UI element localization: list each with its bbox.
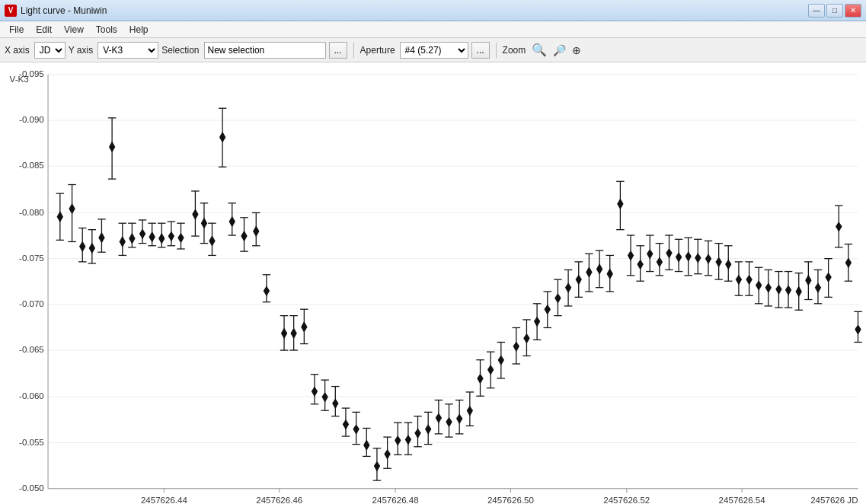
svg-text:-0.060: -0.060 xyxy=(19,391,44,400)
toolbar-divider1 xyxy=(353,43,354,58)
chart-svg: V-K3 -0.095 -0.090 -0.085 xyxy=(0,62,866,504)
selection-label: Selection xyxy=(161,45,199,56)
maximize-button[interactable]: □ xyxy=(826,4,843,18)
svg-text:-0.085: -0.085 xyxy=(19,161,44,170)
window-title: Light curve - Muniwin xyxy=(21,5,107,16)
svg-text:-0.050: -0.050 xyxy=(19,483,44,493)
xaxis-label: X axis xyxy=(5,45,30,56)
selection-input[interactable] xyxy=(204,42,326,59)
svg-text:2457626.44: 2457626.44 xyxy=(141,496,188,504)
svg-text:2457626 JD: 2457626 JD xyxy=(810,496,858,504)
svg-text:2457626.54: 2457626.54 xyxy=(719,496,766,504)
zoom-label: Zoom xyxy=(503,45,526,56)
toolbar-divider2 xyxy=(496,43,497,58)
chart-svg-area[interactable]: V-K3 -0.095 -0.090 -0.085 xyxy=(0,62,866,504)
close-button[interactable]: ✕ xyxy=(845,4,861,18)
svg-text:-0.090: -0.090 xyxy=(19,115,44,124)
menu-bar: File Edit View Tools Help xyxy=(0,21,866,38)
xaxis-select[interactable]: JD xyxy=(34,42,66,59)
svg-text:2457626.46: 2457626.46 xyxy=(256,496,302,504)
app-icon: V xyxy=(5,5,17,17)
svg-text:-0.055: -0.055 xyxy=(19,438,44,447)
zoom-fit-icon[interactable]: ⊕ xyxy=(572,44,581,56)
svg-text:-0.095: -0.095 xyxy=(19,69,44,78)
svg-text:-0.075: -0.075 xyxy=(19,254,44,263)
main-area: V-K3 -0.095 -0.090 -0.085 xyxy=(0,62,866,504)
aperture-select[interactable]: #4 (5.27) xyxy=(400,42,468,59)
svg-text:-0.080: -0.080 xyxy=(19,208,44,217)
yaxis-label: Y axis xyxy=(69,45,93,56)
menu-view[interactable]: View xyxy=(58,23,90,37)
menu-help[interactable]: Help xyxy=(123,23,155,37)
aperture-ellipsis-button[interactable]: ... xyxy=(471,42,490,59)
minimize-button[interactable]: — xyxy=(808,4,825,18)
svg-text:2457626.50: 2457626.50 xyxy=(487,496,534,504)
toolbar: X axis JD Y axis V-K3 Selection ... Aper… xyxy=(0,38,866,62)
svg-text:2457626.48: 2457626.48 xyxy=(372,496,419,504)
zoom-out-icon[interactable]: 🔎 xyxy=(553,44,566,56)
svg-text:-0.065: -0.065 xyxy=(19,345,44,354)
menu-tools[interactable]: Tools xyxy=(90,23,123,37)
zoom-in-icon[interactable]: 🔍 xyxy=(532,43,547,57)
title-buttons: — □ ✕ xyxy=(808,4,861,18)
chart-wrapper: V-K3 -0.095 -0.090 -0.085 xyxy=(0,62,866,504)
svg-text:2457626.52: 2457626.52 xyxy=(603,496,650,504)
svg-text:-0.070: -0.070 xyxy=(19,299,44,308)
title-bar: V Light curve - Muniwin — □ ✕ xyxy=(0,0,866,21)
yaxis-select[interactable]: V-K3 xyxy=(97,42,158,59)
svg-rect-0 xyxy=(0,62,866,504)
menu-edit[interactable]: Edit xyxy=(30,23,58,37)
aperture-label: Aperture xyxy=(360,45,395,56)
menu-file[interactable]: File xyxy=(3,23,30,37)
selection-ellipsis-button[interactable]: ... xyxy=(329,42,347,59)
title-left: V Light curve - Muniwin xyxy=(5,5,107,17)
